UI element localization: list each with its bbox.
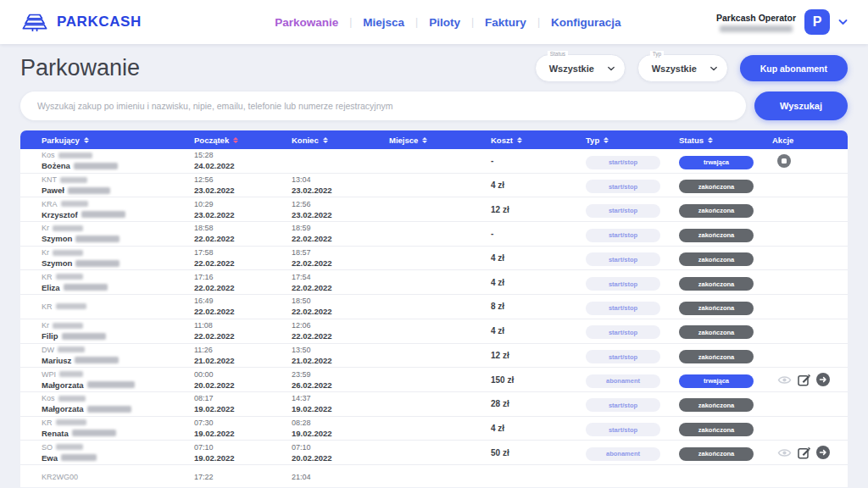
license-plate-text: WPI bbox=[42, 370, 56, 379]
parker-name-text: Małgorzata bbox=[42, 380, 84, 390]
date-value: 19.02.2022 bbox=[194, 404, 292, 413]
avatar[interactable]: P bbox=[804, 9, 830, 35]
status-cell: zakończona bbox=[679, 274, 772, 291]
time-value: 12:56 bbox=[194, 175, 292, 184]
nav-divider: | bbox=[349, 16, 352, 28]
parker-name-text: Paweł bbox=[42, 186, 64, 195]
end-cell: 18:5922.02.2022 bbox=[292, 224, 389, 243]
redacted-text bbox=[81, 211, 125, 218]
column-label: Koniec bbox=[292, 136, 319, 145]
parker-cell: SOEwa bbox=[42, 443, 194, 463]
parker-cell: KR2WG00 bbox=[42, 473, 194, 481]
parker-name: Renata bbox=[42, 429, 194, 438]
parker-name: Eliza bbox=[42, 283, 194, 292]
date-value: 22.02.2022 bbox=[194, 307, 292, 316]
table-row: KrFilip11:0822.02.202212:0622.02.20224 z… bbox=[20, 319, 848, 344]
column-header-5[interactable]: Typ bbox=[586, 136, 679, 145]
parker-cell: KosMałgorzata bbox=[42, 394, 194, 413]
parker-name: Szymon bbox=[42, 234, 194, 243]
time-value: 12:06 bbox=[292, 321, 389, 330]
edit-icon[interactable] bbox=[798, 374, 810, 386]
go-icon[interactable] bbox=[816, 373, 830, 386]
end-cell: 12:5623.02.2022 bbox=[292, 200, 389, 219]
stop-parking-icon[interactable] bbox=[777, 154, 791, 168]
parker-name: Szymon bbox=[42, 258, 194, 268]
parker-name: Małgorzata bbox=[42, 404, 194, 413]
start-cell: 17:22 bbox=[194, 473, 292, 481]
column-header-3[interactable]: Miejsce bbox=[389, 136, 491, 145]
parker-name-text: Ewa bbox=[42, 453, 58, 463]
time-value: 08:28 bbox=[292, 419, 389, 427]
cost-cell: 4 zł bbox=[491, 253, 586, 263]
column-header-4[interactable]: Koszt bbox=[491, 136, 586, 145]
eye-icon[interactable] bbox=[777, 447, 792, 458]
user-name: Parkcash Operator bbox=[716, 13, 796, 23]
sort-icon bbox=[708, 137, 713, 143]
table-row: KosMałgorzata08:1719.02.202214:3719.02.2… bbox=[20, 392, 848, 417]
license-plate-text: Kr bbox=[42, 224, 49, 232]
eye-icon[interactable] bbox=[777, 374, 792, 385]
date-value: 22.02.2022 bbox=[194, 258, 292, 268]
search-input[interactable] bbox=[20, 92, 746, 120]
start-cell: 17:5822.02.2022 bbox=[194, 248, 292, 268]
nav-item-piloty[interactable]: Piloty bbox=[429, 16, 460, 29]
date-value: 23.02.2022 bbox=[194, 186, 292, 195]
redacted-text bbox=[62, 333, 106, 340]
date-value: 22.02.2022 bbox=[194, 283, 292, 292]
table-row: KR16:4922.02.202218:5022.02.20228 złstar… bbox=[20, 295, 848, 319]
license-plate: WPI bbox=[42, 370, 194, 379]
redacted-text bbox=[60, 177, 87, 183]
column-label: Typ bbox=[586, 136, 599, 145]
start-cell: 17:1622.02.2022 bbox=[194, 273, 292, 292]
parker-name: Paweł bbox=[42, 186, 194, 195]
redacted-text bbox=[61, 454, 97, 461]
status-badge: trwająca bbox=[679, 374, 754, 388]
time-value: 17:22 bbox=[194, 473, 292, 481]
redacted-text bbox=[53, 323, 83, 329]
logo[interactable]: PARKCASH bbox=[20, 9, 142, 35]
date-value: 22.02.2022 bbox=[292, 331, 389, 341]
nav-item-miejsca[interactable]: Miejsca bbox=[363, 16, 404, 29]
license-plate: KRA bbox=[42, 200, 194, 208]
nav-item-faktury[interactable]: Faktury bbox=[485, 16, 526, 29]
parking-table: ParkującyPoczątekKoniecMiejsceKosztTypSt… bbox=[20, 130, 848, 487]
parker-name: Filip bbox=[42, 331, 194, 341]
search-button[interactable]: Wyszukaj bbox=[754, 92, 848, 120]
type-badge: start/stop bbox=[586, 325, 660, 339]
time-value: 14:37 bbox=[292, 394, 389, 402]
redacted-text bbox=[75, 236, 120, 242]
end-cell: 17:5422.02.2022 bbox=[292, 273, 389, 292]
status-select[interactable]: Status Wszystkie bbox=[535, 54, 626, 82]
status-badge: zakończona bbox=[679, 229, 754, 242]
chevron-down-icon[interactable] bbox=[838, 19, 848, 25]
column-header-0[interactable]: Parkujący bbox=[42, 136, 194, 145]
user-menu[interactable]: Parkcash Operator P bbox=[716, 9, 848, 35]
edit-icon[interactable] bbox=[798, 446, 810, 459]
go-icon[interactable] bbox=[816, 446, 830, 459]
license-plate-text: KR bbox=[42, 302, 53, 311]
date-value: 21.02.2022 bbox=[194, 356, 292, 365]
parker-cell: KRRenata bbox=[42, 419, 194, 438]
status-badge: trwająca bbox=[679, 156, 754, 169]
cost-cell: 4 zł bbox=[491, 424, 586, 433]
table-row: KosBożena15:2824.02.2022-start/stoptrwaj… bbox=[20, 149, 848, 174]
redacted-text bbox=[56, 303, 86, 309]
typ-select[interactable]: Typ Wszystkie bbox=[637, 54, 728, 82]
nav-item-parkowanie[interactable]: Parkowanie bbox=[275, 16, 338, 29]
column-header-1[interactable]: Początek bbox=[194, 136, 292, 145]
parker-name-text: Szymon bbox=[42, 258, 72, 268]
actions-cell bbox=[772, 373, 832, 386]
sort-icon bbox=[604, 137, 609, 143]
buy-subscription-button[interactable]: Kup abonament bbox=[740, 55, 848, 81]
license-plate: KR bbox=[42, 302, 194, 311]
date-value: 19.02.2022 bbox=[194, 453, 292, 463]
cost-cell: - bbox=[491, 156, 586, 165]
date-value: 19.02.2022 bbox=[194, 429, 292, 438]
column-header-6[interactable]: Status bbox=[679, 136, 772, 145]
column-header-2[interactable]: Koniec bbox=[292, 136, 389, 145]
date-value: 23.02.2022 bbox=[194, 210, 292, 219]
nav-item-konfiguracja[interactable]: Konfiguracja bbox=[551, 16, 621, 29]
status-badge: zakończona bbox=[679, 302, 754, 315]
license-plate: Kr bbox=[42, 224, 194, 232]
license-plate-text: Kr bbox=[42, 321, 49, 330]
